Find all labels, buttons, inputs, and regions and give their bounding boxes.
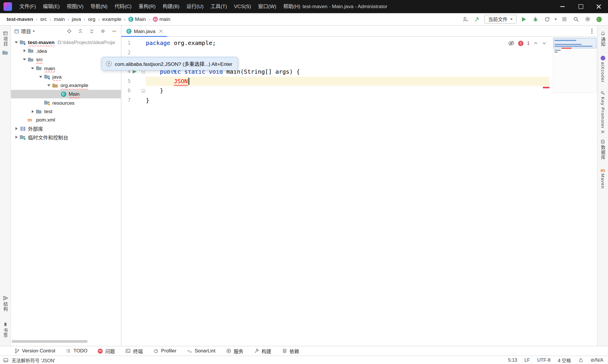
caret-position-widget[interactable]: 5:13: [508, 357, 517, 363]
expand-all-icon[interactable]: [78, 28, 83, 34]
lock-icon[interactable]: [578, 358, 583, 363]
memory-indicator-widget[interactable]: ⊘/N/A: [590, 357, 603, 363]
services-tool-button[interactable]: 服务: [226, 347, 243, 354]
menu-tools[interactable]: 工具(T): [207, 0, 231, 13]
breadcrumb-example[interactable]: example: [102, 16, 121, 22]
chevron-collapsed-icon[interactable]: [21, 49, 27, 52]
plugin-icon[interactable]: [595, 15, 603, 23]
problems-tool-button[interactable]: 问题: [98, 347, 115, 354]
tab-close-icon[interactable]: [159, 29, 163, 33]
fold-region-icon[interactable]: [141, 70, 145, 74]
dependencies-tool-button[interactable]: 依赖: [282, 347, 299, 354]
menu-code[interactable]: 代码(C): [111, 0, 135, 13]
tree-item-java[interactable]: java: [11, 73, 121, 81]
menu-help[interactable]: 帮助(H): [280, 0, 304, 13]
code-minimap[interactable]: [553, 38, 597, 93]
chevron-collapsed-icon[interactable]: [13, 127, 19, 130]
project-tool-button[interactable]: 项目: [0, 37, 10, 46]
tree-item-org-example[interactable]: org.example: [11, 81, 121, 90]
close-button[interactable]: [590, 0, 608, 13]
key-promoter-tool-button[interactable]: Key Promoter X: [598, 97, 608, 134]
notifications-tool-button[interactable]: 通知: [598, 37, 608, 47]
error-stripe-mark[interactable]: [543, 87, 550, 88]
locate-file-icon[interactable]: [66, 28, 72, 34]
code-content[interactable]: package org.example; public class Main {…: [146, 38, 300, 105]
aixcoder-icon[interactable]: [598, 56, 608, 60]
structure-tool-icon[interactable]: [0, 296, 10, 301]
menu-navigate[interactable]: 导航(N): [87, 0, 111, 13]
chevron-expanded-icon[interactable]: [46, 84, 52, 86]
indent-widget[interactable]: 4 空格: [558, 357, 571, 363]
breadcrumb-project[interactable]: test-maven: [7, 16, 33, 22]
tree-item-scratches[interactable]: 临时文件和控制台: [11, 133, 121, 142]
breadcrumb-java[interactable]: java: [72, 16, 81, 22]
run-more-chevron-icon[interactable]: [555, 18, 557, 20]
search-icon[interactable]: [572, 15, 580, 23]
bookmarks-tool-icon[interactable]: [0, 322, 10, 327]
chevron-collapsed-icon[interactable]: [29, 110, 35, 113]
import-class-tooltip[interactable]: ? com.alibaba.fastjson2.JSON? (多重选择...) …: [102, 57, 238, 70]
run-icon[interactable]: [520, 15, 528, 23]
profiler-tool-button[interactable]: Profiler: [153, 348, 177, 354]
build-tool-button[interactable]: 构建: [254, 347, 271, 354]
chevron-expanded-icon[interactable]: [21, 59, 27, 61]
coverage-icon[interactable]: [543, 15, 551, 23]
error-badge-icon[interactable]: !: [518, 41, 524, 46]
bookmarks-tool-button[interactable]: 书签: [0, 328, 10, 338]
line-separator-widget[interactable]: LF: [524, 357, 530, 363]
settings-gear-icon[interactable]: [583, 15, 592, 23]
breadcrumb-org[interactable]: org: [88, 16, 95, 22]
menu-view[interactable]: 视图(V): [63, 0, 87, 13]
project-panel-title[interactable]: 项目: [21, 28, 31, 35]
project-view-chevron-icon[interactable]: [33, 30, 35, 32]
fold-region-icon[interactable]: [141, 89, 145, 93]
commit-tool-icon[interactable]: [0, 50, 10, 56]
menu-run[interactable]: 运行(U): [183, 0, 207, 13]
hide-panel-icon[interactable]: [111, 28, 117, 34]
stop-icon[interactable]: [560, 15, 568, 23]
version-control-tool-button[interactable]: Version Control: [14, 348, 55, 354]
notifications-bell-icon[interactable]: [598, 31, 608, 37]
tree-item-external-libraries[interactable]: 外部库: [11, 124, 121, 133]
tree-item-pom[interactable]: m pom.xml: [11, 116, 121, 124]
todo-tool-button[interactable]: TODO: [66, 348, 87, 354]
menu-build[interactable]: 构建(B): [159, 0, 183, 13]
breadcrumb-method[interactable]: m main: [153, 16, 170, 22]
tree-item-main-class[interactable]: C Main: [11, 90, 121, 99]
menu-file[interactable]: 文件(F): [16, 0, 39, 13]
collapse-all-icon[interactable]: [89, 28, 95, 34]
minimize-button[interactable]: [553, 0, 572, 13]
breadcrumb-src[interactable]: src: [40, 16, 47, 22]
tree-item-idea[interactable]: .idea: [11, 47, 121, 55]
menu-refactor[interactable]: 重构(R): [135, 0, 159, 13]
database-tool-button[interactable]: 数据库: [598, 145, 608, 160]
breadcrumb-class[interactable]: C Main: [128, 16, 146, 22]
panel-settings-gear-icon[interactable]: [100, 28, 106, 34]
breadcrumb-main-dir[interactable]: main: [54, 16, 65, 22]
database-icon[interactable]: [598, 139, 608, 144]
run-configuration-selector[interactable]: 当前文件: [484, 15, 517, 24]
build-hammer-icon[interactable]: [473, 15, 481, 23]
menu-window[interactable]: 窗口(W): [255, 0, 280, 13]
next-error-chevron-icon[interactable]: [542, 41, 547, 46]
editor-area[interactable]: 1 2 3 4 5 6 7 package or: [121, 37, 597, 346]
sonarlint-tool-button[interactable]: SonarLint: [187, 348, 215, 354]
tree-item-test[interactable]: test: [11, 107, 121, 116]
tool-window-layout-icon[interactable]: [3, 357, 9, 363]
tree-item-resources[interactable]: resources: [11, 98, 121, 107]
maximize-button[interactable]: [572, 0, 590, 13]
maven-tool-button[interactable]: Maven: [598, 173, 608, 189]
key-promoter-icon[interactable]: [598, 91, 608, 96]
debug-icon[interactable]: [531, 15, 540, 23]
aixcoder-tool-button[interactable]: aiXcoder: [598, 62, 608, 83]
menu-vcs[interactable]: VCS(S): [231, 0, 255, 13]
encoding-widget[interactable]: UTF-8: [537, 357, 550, 363]
maven-icon[interactable]: m: [598, 167, 608, 173]
project-tool-icon[interactable]: [0, 31, 10, 36]
menu-edit[interactable]: 编辑(E): [39, 0, 63, 13]
chevron-collapsed-icon[interactable]: [13, 136, 19, 139]
horizontal-scrollbar[interactable]: [12, 340, 88, 343]
chevron-expanded-icon[interactable]: [38, 76, 44, 78]
tab-main-java[interactable]: C Main.java: [121, 26, 167, 37]
tree-item-test-maven[interactable]: test-maven D:\IdeaProjects\IdeaProje: [11, 38, 121, 47]
